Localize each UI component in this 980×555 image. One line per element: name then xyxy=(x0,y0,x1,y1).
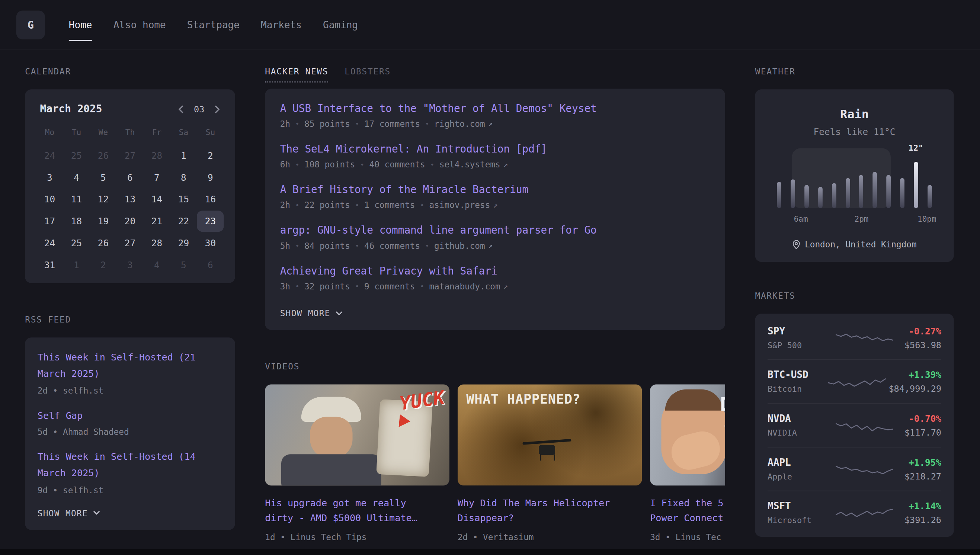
video-title-link[interactable]: I Fixed the 5Power Connect xyxy=(650,496,725,526)
calendar-day[interactable]: 5 xyxy=(170,254,197,276)
calendar-day[interactable]: 14 xyxy=(143,189,170,210)
calendar-day-today[interactable]: 23 xyxy=(197,210,224,232)
story-item: The SeL4 Microkernel: An Introduction [p… xyxy=(280,143,710,170)
rss-show-more-button[interactable]: SHOW MORE xyxy=(38,508,101,518)
weather-hour-label: 10pm xyxy=(917,214,937,223)
weather-bar xyxy=(818,187,823,208)
calendar-next-button[interactable] xyxy=(214,104,220,114)
calendar-day[interactable]: 15 xyxy=(170,189,197,210)
market-labels: NVDANVIDIA xyxy=(768,413,825,438)
thumbnail-art xyxy=(310,417,352,458)
video-thumbnail[interactable]: WHAT HAPPENED? xyxy=(458,384,642,486)
calendar-day[interactable]: 1 xyxy=(63,254,90,276)
calendar-weekday: Su xyxy=(197,122,224,144)
calendar-day[interactable]: 13 xyxy=(117,189,143,210)
story-title-link[interactable]: A Brief History of the Miracle Bacterium xyxy=(280,184,710,196)
video-title-link[interactable]: His upgrade got me reallydirty - AMD $50… xyxy=(265,496,449,526)
calendar-day[interactable]: 3 xyxy=(117,254,143,276)
calendar-day[interactable]: 22 xyxy=(170,210,197,232)
weather-bar-column: 12° xyxy=(909,158,923,208)
calendar-day[interactable]: 26 xyxy=(90,145,117,166)
calendar-day[interactable]: 9 xyxy=(197,167,224,188)
app-logo[interactable]: G xyxy=(16,10,45,39)
left-column: CALENDAR March 2025 03 xyxy=(25,66,235,555)
market-row-btc-usd[interactable]: BTC-USDBitcoin+1.39%$84,999.29 xyxy=(768,360,941,404)
rss-list: This Week in Self-Hosted (21 March 2025)… xyxy=(38,350,223,495)
market-row-msft[interactable]: MSFTMicrosoft+1.14%$391.26 xyxy=(768,491,941,534)
calendar-day[interactable]: 27 xyxy=(117,145,143,166)
videos-section-label: VIDEOS xyxy=(265,361,725,371)
calendar-day[interactable]: 24 xyxy=(36,233,63,254)
calendar-day[interactable]: 30 xyxy=(197,233,224,254)
calendar-day[interactable]: 18 xyxy=(63,210,90,232)
calendar-day[interactable]: 21 xyxy=(143,210,170,232)
calendar-day[interactable]: 6 xyxy=(197,254,224,276)
news-tab-hacker-news[interactable]: HACKER NEWS xyxy=(265,66,328,83)
calendar-day[interactable]: 7 xyxy=(143,167,170,188)
calendar-day[interactable]: 6 xyxy=(117,167,143,188)
calendar-day[interactable]: 27 xyxy=(117,233,143,254)
calendar-weekday: Fr xyxy=(143,122,170,144)
calendar-day[interactable]: 10 xyxy=(36,189,63,210)
video-thumbnail[interactable]: DOT xyxy=(650,384,725,486)
calendar-day[interactable]: 2 xyxy=(90,254,117,276)
calendar-day[interactable]: 25 xyxy=(63,233,90,254)
calendar-day[interactable]: 1 xyxy=(170,145,197,166)
rss-item-title[interactable]: This Week in Self-Hosted (14 March 2025) xyxy=(38,450,223,482)
calendar-day[interactable]: 24 xyxy=(36,145,63,166)
nav-tab-startpage[interactable]: Startpage xyxy=(187,0,240,50)
news-show-more-button[interactable]: SHOW MORE xyxy=(280,308,343,318)
nav-tab-markets[interactable]: Markets xyxy=(261,0,302,50)
story-title-link[interactable]: Achieving Great Privacy with Safari xyxy=(280,265,710,277)
story-source-link[interactable]: righto.com↗ xyxy=(434,119,492,129)
calendar-day[interactable]: 17 xyxy=(36,210,63,232)
calendar-day[interactable]: 28 xyxy=(143,233,170,254)
calendar-prev-button[interactable] xyxy=(178,104,184,114)
story-source-link[interactable]: matanabudy.com↗ xyxy=(429,281,508,291)
nav-tab-also-home[interactable]: Also home xyxy=(114,0,166,50)
calendar-day[interactable]: 2 xyxy=(197,145,224,166)
rss-item: Self Gap5d • Ahmad Shadeed xyxy=(38,408,223,437)
story-source-link[interactable]: sel4.systems↗ xyxy=(439,159,508,169)
calendar-day[interactable]: 4 xyxy=(63,167,90,188)
rss-item-title[interactable]: This Week in Self-Hosted (21 March 2025) xyxy=(38,350,223,382)
nav-tab-gaming[interactable]: Gaming xyxy=(323,0,358,50)
video-title-link[interactable]: Why Did The Mars HelicopterDisappear? xyxy=(458,496,642,526)
calendar-day[interactable]: 3 xyxy=(36,167,63,188)
weather-bar-column xyxy=(813,158,827,208)
story-source-link[interactable]: asimov.press↗ xyxy=(429,200,497,210)
market-row-aapl[interactable]: AAPLApple+1.95%$218.27 xyxy=(768,448,941,491)
story-title-link[interactable]: A USB Interface to the "Mother of All De… xyxy=(280,103,710,115)
story-title-link[interactable]: argp: GNU-style command line argument pa… xyxy=(280,224,710,236)
video-meta: 2d • Veritasium xyxy=(458,532,642,542)
calendar-day[interactable]: 26 xyxy=(90,233,117,254)
market-price: $391.26 xyxy=(905,515,941,525)
video-title-line: Disappear? xyxy=(458,511,642,526)
rss-item-title[interactable]: Self Gap xyxy=(38,408,223,424)
market-row-nvda[interactable]: NVDANVIDIA-0.70%$117.70 xyxy=(768,404,941,448)
calendar-day[interactable]: 16 xyxy=(197,189,224,210)
story-meta-part: 6h xyxy=(280,159,290,169)
weather-bar-column xyxy=(827,158,841,208)
market-row-spy[interactable]: SPYS&P 500-0.27%$563.98 xyxy=(768,316,941,360)
rss-item-meta: 2d • selfh.st xyxy=(38,385,223,395)
calendar-month-title: March 2025 xyxy=(40,103,102,115)
video-item: WHAT HAPPENED?Why Did The Mars Helicopte… xyxy=(458,384,642,542)
calendar-day[interactable]: 28 xyxy=(143,145,170,166)
calendar-day[interactable]: 4 xyxy=(143,254,170,276)
video-thumbnail[interactable]: YUCK xyxy=(265,384,449,486)
story-source-link[interactable]: github.com↗ xyxy=(434,241,492,251)
video-title-line: dirty - AMD $5000 Ultimate… xyxy=(265,511,449,526)
calendar-day[interactable]: 25 xyxy=(63,145,90,166)
nav-tab-home[interactable]: Home xyxy=(69,0,92,50)
calendar-day[interactable]: 31 xyxy=(36,254,63,276)
news-tab-lobsters[interactable]: LOBSTERS xyxy=(345,66,391,81)
calendar-day[interactable]: 29 xyxy=(170,233,197,254)
calendar-day[interactable]: 20 xyxy=(117,210,143,232)
calendar-day[interactable]: 12 xyxy=(90,189,117,210)
calendar-day[interactable]: 19 xyxy=(90,210,117,232)
story-title-link[interactable]: The SeL4 Microkernel: An Introduction [p… xyxy=(280,143,710,155)
calendar-day[interactable]: 8 xyxy=(170,167,197,188)
calendar-day[interactable]: 11 xyxy=(63,189,90,210)
calendar-day[interactable]: 5 xyxy=(90,167,117,188)
